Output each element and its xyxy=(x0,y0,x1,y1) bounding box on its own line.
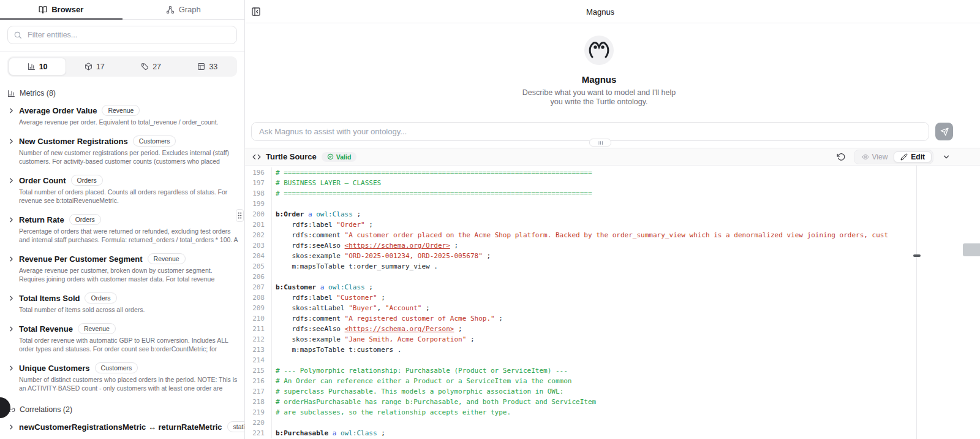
chevron-right-icon[interactable] xyxy=(7,176,15,205)
correlations-section-title: Correlations (2) xyxy=(20,405,72,414)
chevron-right-icon[interactable] xyxy=(7,137,15,166)
code-line: 216# An Order can reference either a Pro… xyxy=(245,376,916,386)
segment-tags-count[interactable]: 27 xyxy=(123,58,179,75)
line-number: 200 xyxy=(245,209,272,220)
line-number: 210 xyxy=(245,313,272,324)
code-icon xyxy=(252,153,261,161)
horizontal-resize-handle[interactable] xyxy=(589,139,611,147)
line-number: 203 xyxy=(245,240,272,251)
line-number: 201 xyxy=(245,220,272,230)
correlations-section-header: Correlations (2) xyxy=(0,397,244,416)
item-name: Total Items Sold xyxy=(19,294,80,303)
metric-item[interactable]: Revenue Per Customer SegmentRevenueAvera… xyxy=(0,248,244,288)
line-number: 215 xyxy=(245,365,272,376)
chevron-down-icon xyxy=(942,153,951,161)
metric-item[interactable]: Unique CustomersCustomersNumber of disti… xyxy=(0,357,244,397)
tags-count-value: 27 xyxy=(153,63,161,71)
metrics-count-value: 10 xyxy=(39,63,48,71)
filter-section xyxy=(0,20,244,52)
line-number: 209 xyxy=(245,303,272,313)
metric-item[interactable]: Total RevenueRevenueTotal order revenue … xyxy=(0,318,244,357)
metric-item[interactable]: Return RateOrdersPercentage of orders th… xyxy=(0,209,244,248)
validation-status-label: Valid xyxy=(336,153,352,161)
item-category-badge: Revenue xyxy=(102,105,140,116)
tab-graph-label: Graph xyxy=(179,5,201,14)
correlation-item[interactable]: newCustomerRegistrationsMetric ↔ returnR… xyxy=(0,416,244,438)
ask-magnus-input[interactable] xyxy=(251,122,929,141)
edit-button[interactable]: Edit xyxy=(894,151,932,162)
code-line: 198# ===================================… xyxy=(245,188,916,199)
metric-item[interactable]: New Customer RegistrationsCustomersNumbe… xyxy=(0,131,244,170)
item-category-badge: Orders xyxy=(85,292,116,303)
bar-chart-icon xyxy=(7,90,15,97)
item-name: Revenue Per Customer Segment xyxy=(19,254,143,264)
code-line: 205 m:mapsToTable t:order_summary_view . xyxy=(245,261,916,272)
table-icon xyxy=(197,63,205,71)
item-description: Percentage of orders that were returned … xyxy=(19,227,239,244)
collapse-editor-button[interactable] xyxy=(940,150,953,164)
code-line: 202 rdfs:comment "A customer order place… xyxy=(245,230,916,240)
item-description: Average revenue per order. Equivalent to… xyxy=(19,118,239,126)
undo-button[interactable] xyxy=(834,150,848,164)
entity-counts: 10 17 27 33 xyxy=(0,52,244,80)
chevron-right-icon[interactable] xyxy=(7,106,15,126)
item-category-badge: Orders xyxy=(69,214,101,225)
eye-icon xyxy=(862,153,869,161)
page-scrollbar-thumb[interactable] xyxy=(963,243,980,256)
editor-scrollbar-thumb[interactable] xyxy=(913,254,921,257)
code-line: 201 rdfs:label "Order" ; xyxy=(245,220,916,230)
code-line: 219# are subclasses, so the relationship… xyxy=(245,407,916,418)
item-description: Number of new customer registrations per… xyxy=(19,148,239,166)
box-icon xyxy=(85,63,92,71)
code-line: 217# superclass Purchasable. This models… xyxy=(245,386,916,397)
segment-tables-count[interactable]: 33 xyxy=(179,58,236,75)
item-category-badge: Orders xyxy=(71,175,103,186)
classes-count-value: 17 xyxy=(96,63,105,71)
segment-metrics-count[interactable]: 10 xyxy=(9,58,66,75)
panel-header: Magnus xyxy=(245,0,980,23)
assistant-name: Magnus xyxy=(582,74,617,85)
chevron-right-icon[interactable] xyxy=(7,215,15,244)
item-name: Order Count xyxy=(19,176,66,185)
send-button[interactable] xyxy=(935,123,953,140)
item-category-badge: Revenue xyxy=(148,253,186,264)
view-button[interactable]: View xyxy=(856,151,894,162)
line-number: 216 xyxy=(245,376,272,386)
assistant-hero: Magnus Describe what you want to model a… xyxy=(245,23,980,120)
turtle-code-editor[interactable]: 196# ===================================… xyxy=(245,166,980,439)
code-line: 206 xyxy=(245,272,916,282)
line-number: 217 xyxy=(245,386,272,397)
item-category-badge: Customers xyxy=(95,362,138,373)
code-line: 212 skos:example "Jane Smith, Acme Corpo… xyxy=(245,334,916,345)
tab-graph[interactable]: Graph xyxy=(123,0,245,19)
line-number: 204 xyxy=(245,251,272,261)
metric-item[interactable]: Total Items SoldOrdersTotal number of it… xyxy=(0,288,244,318)
chevron-right-icon[interactable] xyxy=(7,422,15,433)
code-line: 209 skos:altLabel "Buyer", "Account" ; xyxy=(245,303,916,313)
book-open-icon xyxy=(39,6,47,14)
line-number: 219 xyxy=(245,407,272,418)
assistant-input-row xyxy=(245,120,980,148)
metric-item[interactable]: Average Order ValueRevenueAverage revenu… xyxy=(0,100,244,131)
line-number: 206 xyxy=(245,272,272,282)
chevron-right-icon[interactable] xyxy=(7,324,15,353)
search-icon xyxy=(13,31,22,39)
filter-entities-input[interactable] xyxy=(7,26,237,44)
line-number: 198 xyxy=(245,188,272,199)
line-number: 212 xyxy=(245,334,272,345)
chevron-right-icon[interactable] xyxy=(7,294,15,314)
metric-item[interactable]: Order CountOrdersTotal number of orders … xyxy=(0,170,244,209)
sidebar-resize-handle[interactable] xyxy=(236,209,244,222)
segment-classes-count[interactable]: 17 xyxy=(66,58,123,75)
line-number: 208 xyxy=(245,292,272,303)
bar-chart-icon xyxy=(28,63,36,71)
undo-icon xyxy=(837,153,845,161)
tab-browser[interactable]: Browser xyxy=(0,0,123,19)
item-category-badge: Customers xyxy=(133,136,176,147)
metrics-section-title: Metrics (8) xyxy=(20,89,56,97)
metrics-section-header: Metrics (8) xyxy=(0,80,244,100)
item-name: Average Order Value xyxy=(19,106,97,115)
metrics-list: Average Order ValueRevenueAverage revenu… xyxy=(0,100,244,397)
chevron-right-icon[interactable] xyxy=(7,364,15,392)
chevron-right-icon[interactable] xyxy=(7,254,15,283)
